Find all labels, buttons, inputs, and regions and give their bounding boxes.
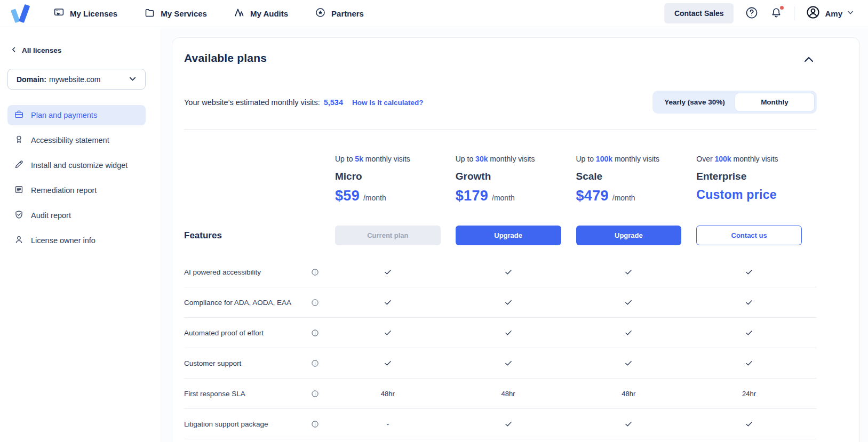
- check-icon: [744, 267, 754, 277]
- plan-header-row: Up to 5k monthly visits Micro $59/month …: [184, 130, 817, 204]
- chevron-left-icon: [11, 46, 17, 54]
- check-icon: [624, 419, 633, 429]
- sidebar-item-install-and-customize-widget[interactable]: Install and customize widget: [7, 155, 146, 175]
- check-icon: [504, 267, 513, 277]
- feature-value-cell: [696, 419, 802, 429]
- check-icon: [624, 267, 633, 277]
- feature-label: Automated proof of effort: [184, 329, 264, 337]
- feature-label: First response SLA: [184, 390, 245, 398]
- visits-value: 5,534: [324, 98, 343, 107]
- notifications-button[interactable]: [770, 6, 783, 21]
- toggle-yearly[interactable]: Yearly (save 30%): [655, 93, 735, 111]
- check-icon: [504, 298, 513, 307]
- person-icon: [14, 235, 24, 246]
- feature-value-cell: [335, 358, 441, 368]
- plan-name: Growth: [456, 171, 576, 182]
- sidebar-item-remediation-report[interactable]: Remediation report: [7, 180, 146, 200]
- check-icon: [744, 419, 754, 429]
- plan-column-enterprise: Over 100k monthly visits Enterprise Cust…: [696, 130, 817, 204]
- feature-value-cell: [696, 267, 802, 277]
- feature-value-cell: [335, 298, 441, 307]
- feature-value-cell: [576, 328, 682, 337]
- sidebar-item-plan-and-payments[interactable]: Plan and payments: [7, 105, 146, 125]
- plan-column-micro: Up to 5k monthly visits Micro $59/month: [335, 130, 456, 204]
- info-icon[interactable]: [311, 268, 319, 276]
- check-icon: [504, 358, 513, 368]
- table-row: Compliance for ADA, AODA, EAA: [184, 287, 817, 318]
- pencil-icon: [14, 159, 24, 171]
- table-row: Automated proof of effort: [184, 318, 817, 348]
- main-content: Available plans Your website’s estimated…: [160, 27, 868, 442]
- features-header: Features: [184, 230, 335, 241]
- sidebar-item-license-owner-info[interactable]: License owner info: [7, 230, 146, 251]
- avatar-icon: [806, 5, 821, 22]
- plan-buttons-row: Features Current plan Upgrade Upgrade Co…: [184, 226, 817, 245]
- feature-value-cell: [456, 328, 561, 337]
- check-icon: [383, 328, 393, 337]
- check-icon: [504, 328, 513, 337]
- award-icon: [14, 134, 24, 146]
- toggle-monthly[interactable]: Monthly: [735, 93, 815, 111]
- plan-name: Micro: [335, 171, 456, 182]
- info-icon[interactable]: [311, 299, 319, 307]
- contact-us-button[interactable]: Contact us: [696, 226, 802, 245]
- info-icon[interactable]: [311, 420, 319, 428]
- how-calculated-link[interactable]: How is it calculated?: [352, 99, 424, 107]
- feature-value-cell: [456, 358, 561, 368]
- upgrade-growth-button[interactable]: Upgrade: [456, 226, 561, 245]
- visits-label: Your website’s estimated monthly visits:: [184, 98, 320, 107]
- nav-item-label: My Services: [161, 9, 207, 18]
- domain-value: mywebsite.com: [49, 75, 100, 84]
- feature-value-cell: [576, 358, 682, 368]
- check-icon: [624, 358, 633, 368]
- sidebar-item-audit-report[interactable]: Audit report: [7, 205, 146, 226]
- upgrade-scale-button[interactable]: Upgrade: [576, 226, 682, 245]
- info-icon[interactable]: [311, 359, 319, 367]
- plan-price: $179: [456, 188, 488, 204]
- help-button[interactable]: [745, 6, 759, 21]
- nav-item-partners[interactable]: Partners: [315, 7, 364, 20]
- notification-dot: [779, 5, 785, 11]
- info-icon[interactable]: [311, 329, 319, 337]
- feature-label: Compliance for ADA, AODA, EAA: [184, 299, 291, 307]
- feature-value-cell: [456, 267, 561, 277]
- partners-icon: [315, 7, 326, 20]
- check-icon: [624, 298, 633, 307]
- sidebar-item-accessibility-statement[interactable]: Accessibility statement: [7, 130, 146, 150]
- check-icon: [383, 358, 393, 368]
- licenses-icon: [53, 7, 65, 20]
- brand-logo[interactable]: [9, 2, 31, 25]
- available-plans-card: Available plans Your website’s estimated…: [172, 37, 860, 442]
- v-logo-icon: [10, 3, 30, 23]
- plan-price: $479: [576, 188, 609, 204]
- billing-period-toggle: Yearly (save 30%) Monthly: [652, 91, 817, 114]
- domain-select[interactable]: Domain:mywebsite.com: [7, 69, 146, 90]
- nav-item-label: Partners: [331, 9, 364, 18]
- check-icon: [744, 358, 754, 368]
- estimated-visits: Your website’s estimated monthly visits:…: [184, 98, 424, 107]
- sidebar-menu: Plan and payments Accessibility statemen…: [7, 105, 146, 251]
- feature-label: AI powered accessibility: [184, 268, 261, 276]
- plan-price: $59: [335, 188, 360, 204]
- nav-item-my-audits[interactable]: My Audits: [234, 7, 288, 20]
- feature-value-cell: 48hr: [576, 390, 682, 398]
- chevron-down-icon: [129, 75, 137, 84]
- current-plan-button[interactable]: Current plan: [335, 226, 441, 245]
- plan-name: Scale: [576, 171, 697, 182]
- table-row: AI powered accessibility: [184, 257, 817, 287]
- contact-sales-button[interactable]: Contact Sales: [664, 3, 734, 23]
- shield-check-icon: [14, 210, 24, 221]
- user-name: Amy: [825, 9, 842, 18]
- plan-price: Custom price: [696, 188, 777, 202]
- feature-value-cell: 48hr: [335, 390, 441, 398]
- nav-item-my-licenses[interactable]: My Licenses: [53, 7, 117, 20]
- nav-item-my-services[interactable]: My Services: [144, 7, 207, 20]
- user-menu[interactable]: Amy: [806, 5, 854, 22]
- back-to-all-licenses-link[interactable]: All licenses: [11, 46, 146, 54]
- features-table-body: AI powered accessibility Compliance for …: [184, 257, 817, 439]
- info-icon[interactable]: [311, 390, 319, 398]
- top-nav: My Licenses My Services My Audits Partne…: [0, 0, 868, 27]
- collapse-section-button[interactable]: [801, 53, 817, 67]
- services-icon: [144, 7, 155, 20]
- plan-column-growth: Up to 30k monthly visits Growth $179/mon…: [456, 130, 576, 204]
